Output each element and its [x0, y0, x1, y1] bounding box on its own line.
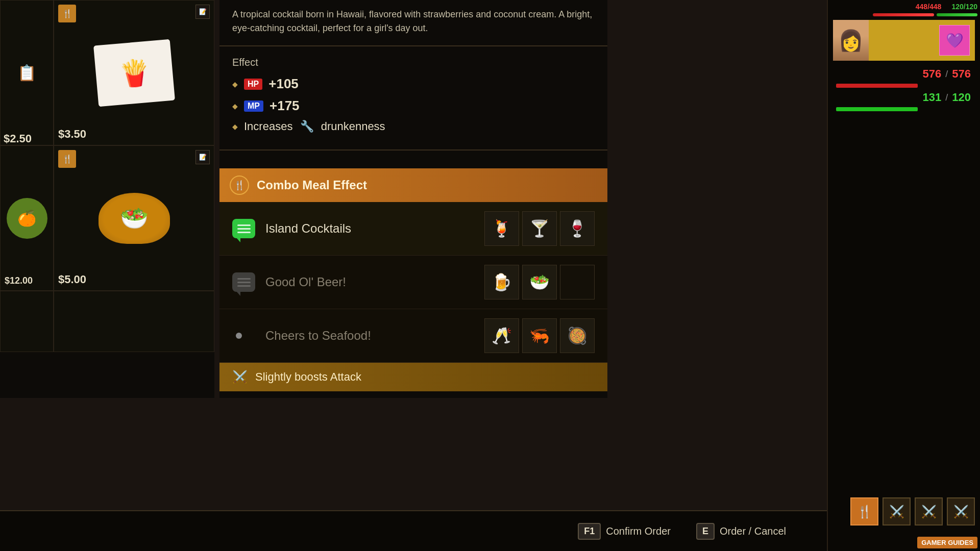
- cocktail-icon-1: 🍹: [484, 211, 519, 246]
- food-cell-large-1[interactable]: 🍴 📝 🍟 $3.50: [54, 0, 214, 145]
- chat-line-g2: [237, 282, 251, 283]
- category-icon-2: 🍴: [58, 150, 76, 168]
- seafood-icon-2: 🦐: [522, 318, 557, 353]
- combo-item-seafood[interactable]: Cheers to Seafood! 🥂 🦐 🥘: [219, 309, 607, 363]
- cocktail-icon-2: 🍸: [522, 211, 557, 246]
- seafood-icon-3: 🥘: [560, 318, 595, 353]
- edamame-bowl: 🥗: [99, 193, 170, 244]
- sword-icon-btn-2[interactable]: ⚔️: [915, 497, 943, 525]
- attack-icon: ⚔️: [232, 370, 248, 384]
- combo-item-beer[interactable]: Good Ol' Beer! 🍺 🥗: [219, 256, 607, 309]
- edamame-food-visual: 🥗: [93, 178, 175, 259]
- sword-icon-btn-1[interactable]: ⚔️: [883, 497, 911, 525]
- effects-label: Effect: [232, 57, 595, 68]
- menu-icon-btn[interactable]: 🍴: [850, 497, 878, 525]
- combo-footer: ⚔️ Slightly boosts Attack: [219, 363, 607, 391]
- player2-mp-row: 131 / 120: [832, 89, 976, 106]
- chat-line-3: [237, 232, 251, 233]
- food-grid: 📋 🍴 📝 🍟 $3.50 🍊 $12.00 🍴 📝 🥗 $5.00: [0, 0, 214, 398]
- food-cell-large-2[interactable]: 🍴 📝 🥗 $5.00: [54, 145, 214, 291]
- f1-key[interactable]: F1: [578, 523, 601, 540]
- player1-hp-track: [873, 13, 934, 16]
- player2-hp-bar: [836, 84, 918, 88]
- price-left-1: $2.50: [1, 130, 34, 148]
- right-hud: 448/448 120/120 👩 💜 576 / 576: [827, 0, 980, 551]
- gamer-guides-logo: GAMER GUIDES: [917, 537, 977, 548]
- price-1: $3.50: [58, 128, 86, 141]
- sword-icon-btn-3[interactable]: ⚔️: [947, 497, 975, 525]
- description-text: A tropical cocktail born in Hawaii, flav…: [232, 8, 595, 35]
- order-cancel-action[interactable]: E Order / Cancel: [696, 523, 786, 540]
- chat-lines: [237, 224, 251, 233]
- hp-effect-row: ◆ HP +105: [232, 76, 595, 92]
- player1-hp-row: 448/448 120/120: [916, 3, 977, 11]
- island-cocktails-name: Island Cocktails: [265, 221, 484, 236]
- price-left-2: $12.00: [5, 276, 33, 286]
- description-section: A tropical cocktail born in Hawaii, flav…: [219, 0, 607, 46]
- player2-mp-value: 131: [923, 91, 942, 104]
- player1-hp-value: 448/448: [916, 3, 942, 11]
- bullet-dot: [236, 333, 242, 339]
- combo-header-icon: 🍴: [230, 176, 249, 195]
- player1-stats: 448/448 120/120: [828, 0, 980, 17]
- player2-hp-max: 576: [952, 67, 971, 81]
- order-cancel-label: Order / Cancel: [720, 525, 786, 537]
- seafood-icons: 🥂 🦐 🥘: [484, 318, 595, 353]
- island-cocktails-icons: 🍹 🍸 🍷: [484, 211, 595, 246]
- player2-mp-bar-container: [832, 106, 976, 113]
- combo-header: 🍴 Combo Meal Effect: [219, 168, 607, 202]
- player2-hp-value: 576: [923, 67, 942, 81]
- footer-text: Slightly boosts Attack: [255, 370, 361, 384]
- edit-icon-2: 📝: [195, 150, 210, 164]
- chat-line-g3: [237, 285, 251, 287]
- player1-hp-fill: [873, 13, 934, 16]
- beer-name: Good Ol' Beer!: [265, 275, 484, 289]
- beer-icon-3-empty: [560, 265, 595, 299]
- e-key[interactable]: E: [696, 523, 715, 540]
- cocktail-icon-3: 🍷: [560, 211, 595, 246]
- mp-effect-row: ◆ MP +175: [232, 98, 595, 114]
- player1-bars: [873, 13, 977, 16]
- portrait-face: 👩: [833, 20, 869, 61]
- gray-chat-bubble: [232, 272, 255, 292]
- beer-icon-1: 🍺: [484, 265, 519, 299]
- notebook-icon: 📋: [17, 64, 36, 82]
- player2-mp-bar: [836, 107, 918, 111]
- combo-header-title: Combo Meal Effect: [257, 178, 367, 192]
- diamond-icon-1: ◆: [232, 80, 238, 88]
- player2-mp-max: 120: [952, 91, 971, 104]
- combo-section: 🍴 Combo Meal Effect Island Cocktails 🍹 🍸: [219, 168, 607, 391]
- hp-badge: HP: [244, 79, 262, 90]
- player2-mp-fill: [836, 107, 918, 111]
- player2-hp-row: 576 / 576: [832, 66, 976, 82]
- diamond-icon-2: ◆: [232, 102, 238, 110]
- effects-section: Effect ◆ HP +105 ◆ MP +175 ◆ Increases 🔧…: [219, 46, 607, 151]
- chips-plate: 🍟: [93, 39, 175, 107]
- category-icon-1: 🍴: [58, 5, 76, 22]
- hud-bottom-icons: 🍴 ⚔️ ⚔️ ⚔️: [850, 497, 975, 525]
- food-cell-large-3: [54, 291, 214, 352]
- mp-slash: /: [945, 92, 948, 103]
- character-portrait: 👩 💜: [833, 20, 975, 61]
- hp-slash: /: [945, 69, 948, 80]
- food-cell-small-2: 🍊 $12.00: [0, 145, 54, 291]
- chat-line-g1: [237, 278, 251, 280]
- combo-item-island-cocktails[interactable]: Island Cocktails 🍹 🍸 🍷: [219, 202, 607, 256]
- beer-icons: 🍺 🥗: [484, 265, 595, 299]
- combo-items-list: Island Cocktails 🍹 🍸 🍷 Good Ol' Beer!: [219, 202, 607, 363]
- green-chat-bubble: [232, 219, 255, 238]
- player1-mp-fill: [937, 13, 977, 16]
- food-cell-small-3: [0, 291, 54, 352]
- player2-hp-fill: [836, 84, 918, 88]
- drunkenness-icon: 🔧: [300, 120, 314, 133]
- drunkenness-effect-row: ◆ Increases 🔧 drunkenness: [232, 120, 595, 133]
- chat-line-1: [237, 224, 251, 226]
- beer-icon-wrapper: [232, 271, 255, 294]
- portrait-item: 💜: [939, 25, 970, 56]
- confirm-order-action[interactable]: F1 Confirm Order: [578, 523, 671, 540]
- chat-line-2: [237, 228, 251, 230]
- price-2: $5.00: [58, 273, 86, 286]
- confirm-order-label: Confirm Order: [606, 525, 671, 537]
- partial-food-visual-2: 🍊: [7, 198, 47, 239]
- chips-emoji: 🍟: [117, 57, 151, 89]
